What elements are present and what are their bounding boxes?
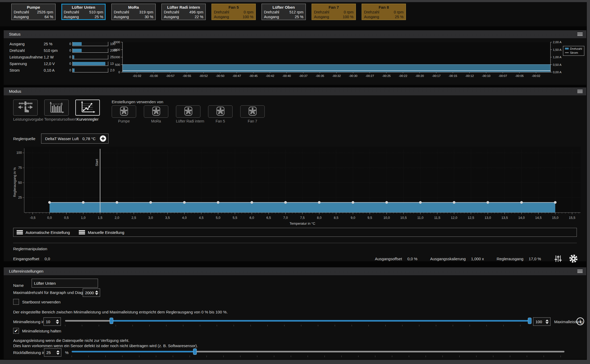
status-metric-strom: Strom 0,10 A 0 2.0 [9,67,115,74]
svg-text:Temperatur in °C: Temperatur in °C [289,222,315,225]
hold-min-checkbox[interactable]: ✔ [13,328,19,334]
curve-point [48,201,51,204]
slider-handle[interactable] [528,318,532,324]
slider-ticks [72,356,564,357]
fan-tile-lüfter-unten[interactable]: Lüfter Unten Drehzahl510 rpm Ausgang25 % [61,4,106,20]
metric-min: 0 [68,62,71,66]
svg-text:11,0: 11,0 [417,216,423,220]
svg-text:-00:17: -00:17 [432,74,441,77]
spinner-arrows-icon[interactable] [545,319,549,324]
eingangsoffset[interactable]: Eingangsoffset 0,0 [13,257,50,261]
temp-target-icon [48,101,65,115]
fan-tile-lüfter-radi-intern[interactable]: Lüfter Radi intern Drehzahl496 rpm Ausga… [161,4,206,20]
copy-settings-from-fan-5[interactable]: Fan 5 [208,105,233,123]
reglerquelle-label: Reglerquelle [13,136,35,141]
ausgangsskalierung[interactable]: Ausgangsskalierung 1,000 x [430,257,484,261]
slider-handle[interactable] [110,318,113,324]
hold-min-label: Minimalleistung halten [22,329,61,333]
fan-tile-mora[interactable]: MoRa Drehzahl319 rpm Ausgang30 % [111,4,156,20]
min-power-spinner[interactable]: 10 [43,317,61,326]
fallback-power-spinner[interactable]: 25 [44,348,61,357]
metric-label: Strom [9,68,44,72]
fan-tile-fan-8[interactable]: Fan 8 Drehzahl0 rpm Ausgang25 % [362,4,406,20]
mode-button-kurvenregler[interactable]: Kurvenregler [75,100,100,121]
fan-curve-chart[interactable]: Start255075100-0,50,00,51,01,52,02,53,03… [13,147,584,227]
modus-menu-icon[interactable] [577,90,583,93]
ausgangsoffset[interactable]: Ausgangsoffset 0,0 % [375,257,417,261]
max-rpm-spinner[interactable]: 2000 [83,288,100,297]
info-icon[interactable]: i [576,317,585,326]
reglermanipulation-row: Eingangsoffset 0,0 Ausgangsoffset 0,0 % … [13,253,578,264]
auto-setting-button[interactable]: Automatische Einstellung [17,230,70,235]
fallback-power-slider[interactable] [72,348,564,355]
copy-settings-from-mora[interactable]: MoRa [144,105,168,123]
copy-settings-from-pumpe[interactable]: Pumpe [112,105,136,123]
spinner-arrows-icon[interactable] [56,319,59,324]
spinner-arrows-icon[interactable] [56,350,60,355]
svg-text:14,5: 14,5 [535,216,542,220]
status-panel-header: Status [4,30,586,38]
mode-button-leistungsvorgabe[interactable]: Leistungsvorgabe [13,100,38,121]
mode-button-temperatursollwert[interactable]: Temperatursollwert [44,100,69,121]
menu-icon [79,230,85,234]
tile-rpm-value: 319 rpm [139,10,153,14]
spinner-arrows-icon[interactable] [95,291,98,295]
status-menu-icon[interactable] [577,33,583,36]
svg-text:75: 75 [18,166,22,170]
app-window: Pumpe Drehzahl2526 rpm Ausgang64 %Lüfter… [0,2,587,360]
mode-label: Temperatursollwert [44,117,69,121]
fan-icon [151,106,162,118]
slider-ticks [65,325,530,326]
fan-tile-fan-7[interactable]: Fan 7 Drehzahl0 rpm Ausgang100 % [312,4,356,20]
svg-text:2,0: 2,0 [115,216,119,220]
max-power-spinner[interactable]: 100 [533,317,550,326]
svg-text:100: 100 [16,151,22,155]
status-metric-drehzahl: Drehzahl 510 rpm 0 2000 [9,47,117,54]
fan-icon [119,106,130,118]
slider-track[interactable] [65,320,111,322]
fan-button-label: MoRa [144,119,168,123]
slider-track[interactable] [72,351,195,352]
gear-icon[interactable] [568,254,578,264]
fan-tile-lüfter-oben[interactable]: Lüfter Oben Drehzahl512 rpm Ausgang25 % [262,4,306,20]
svg-text:Drehzahl: Drehzahl [570,47,582,50]
svg-text:-00:50: -00:50 [216,74,224,77]
slider-track[interactable] [111,320,530,322]
slider-track[interactable] [195,351,564,352]
tile-output-label: Ausgang [14,14,29,19]
slider-handle[interactable] [193,348,197,355]
mode-label: Leistungsvorgabe [13,117,38,121]
tile-output-label: Ausgang [314,14,329,19]
svg-text:1,0: 1,0 [81,216,85,220]
svg-text:4,0: 4,0 [182,216,186,220]
svg-text:-00:02: -00:02 [532,74,540,77]
svg-text:-00:47: -00:47 [232,74,241,77]
fan-settings-menu-icon[interactable] [577,270,583,273]
fan-tile-fan-5[interactable]: Fan 5 Drehzahl0 rpm Ausgang100 % [212,4,256,20]
tile-output-value: 22 % [195,14,203,19]
svg-text:Strom: Strom [570,51,578,54]
fan-tile-pumpe[interactable]: Pumpe Drehzahl2526 rpm Ausgang64 % [11,4,56,20]
fan-name-input[interactable] [32,279,98,288]
metric-value: 12,0 V [44,62,68,66]
svg-text:0,5: 0,5 [64,216,68,220]
manipulation-sliders-icon[interactable] [554,254,563,263]
range-info-text: Der eingestellte Bereich zwischen Minima… [13,309,228,315]
svg-text:Start: Start [95,159,99,166]
reglerquelle-selector[interactable]: DeltaT Wasser Luft 0,78 °C [41,134,109,144]
svg-text:14,0: 14,0 [518,216,525,220]
manual-setting-button[interactable]: Manuelle Einstellung [79,230,124,235]
svg-text:0,0: 0,0 [47,216,52,220]
fallback-unit-label: % [65,350,68,355]
svg-text:12,0: 12,0 [451,216,457,220]
startboost-checkbox[interactable] [13,299,19,305]
metric-min: 0 [68,42,71,46]
svg-text:15,5: 15,5 [569,216,575,220]
reglerquelle-source: DeltaT Wasser Luft [45,136,79,141]
reglerquelle-value: 0,78 °C [82,136,96,141]
copy-settings-from-lüfter-radi-intern[interactable]: Lüfter Radi intern [176,105,200,123]
tile-output-value: 25 % [395,14,404,19]
min-max-range-slider[interactable] [65,317,530,324]
add-source-icon[interactable] [99,135,107,142]
copy-settings-from-fan-7[interactable]: Fan 7 [240,105,265,123]
